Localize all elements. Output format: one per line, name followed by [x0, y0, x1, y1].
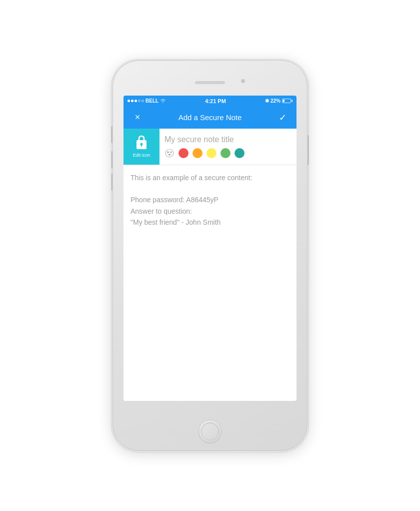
signal-dot-1 [128, 100, 130, 102]
svg-point-3 [166, 149, 174, 157]
note-text: This is an example of a secure content: … [130, 174, 252, 227]
phone-mockup: BELL 4:21 PM ✱ 22% × [112, 61, 308, 451]
note-content: This is an example of a secure content: … [124, 165, 296, 235]
earpiece [195, 81, 225, 84]
icon-title-row: Edit icon [124, 129, 296, 165]
color-red[interactable] [178, 148, 188, 158]
title-color-column [160, 129, 296, 165]
close-button[interactable]: × [130, 111, 144, 125]
edit-icon-label: Edit icon [133, 153, 150, 158]
status-bar: BELL 4:21 PM ✱ 22% [124, 96, 296, 107]
battery-percent: 22% [270, 98, 280, 104]
lock-icon [134, 135, 148, 151]
color-yellow[interactable] [206, 148, 216, 158]
color-green[interactable] [220, 148, 230, 158]
status-left: BELL [128, 98, 166, 104]
icon-block[interactable]: Edit icon [124, 129, 160, 165]
svg-rect-2 [141, 145, 142, 147]
home-button-inner [201, 422, 219, 440]
color-row [164, 148, 292, 158]
time-display: 4:21 PM [205, 98, 226, 104]
palette-icon[interactable] [164, 148, 174, 158]
phone-screen: BELL 4:21 PM ✱ 22% × [124, 96, 296, 401]
svg-point-4 [168, 151, 169, 153]
battery-body [282, 99, 291, 103]
battery-tip [292, 100, 292, 102]
wifi-icon [160, 99, 166, 103]
carrier-label: BELL [146, 98, 158, 104]
confirm-button[interactable]: ✓ [276, 111, 290, 125]
battery-icon [282, 99, 292, 103]
title-input[interactable] [164, 135, 292, 144]
bluetooth-icon: ✱ [265, 98, 269, 104]
svg-point-5 [170, 151, 172, 153]
signal-dot-5 [142, 100, 144, 102]
signal-dots [128, 100, 144, 102]
nav-title: Add a Secure Note [178, 113, 242, 122]
status-right: ✱ 22% [265, 98, 292, 104]
color-teal[interactable] [234, 148, 244, 158]
battery-fill [283, 100, 284, 102]
signal-dot-4 [138, 100, 140, 102]
signal-dot-2 [131, 100, 134, 102]
home-button[interactable] [198, 420, 222, 443]
nav-bar: × Add a Secure Note ✓ [124, 107, 296, 129]
front-camera [241, 79, 245, 83]
signal-dot-3 [134, 100, 137, 102]
color-orange[interactable] [192, 148, 202, 158]
